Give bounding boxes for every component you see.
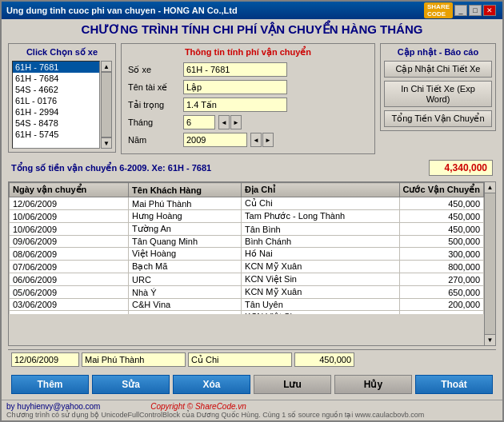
- window-title: Ung dung tinh cuoc phi van chuyen - HONG…: [6, 6, 238, 15]
- cell-fare: 650,000: [399, 286, 483, 299]
- spin-thang-up[interactable]: ►: [230, 115, 242, 129]
- page-title: CHƯƠNG TRÌNH TÍNH CHI PHÍ VẬN CHUYỂN HÀN…: [8, 22, 496, 37]
- list-item[interactable]: 61L - 0176: [13, 95, 99, 106]
- thoat-button[interactable]: Thoát: [415, 375, 493, 394]
- form-row-thang: Tháng ◄ ►: [128, 115, 368, 129]
- selected-fare-input[interactable]: [294, 352, 354, 367]
- table-row[interactable]: 07/06/2009Bạch MãKCN Mỹ Xuân800,000: [10, 261, 484, 273]
- col-header-date: Ngày vận chuyển: [10, 183, 129, 197]
- cell-address: Củ Chi: [242, 197, 399, 210]
- cell-date: 05/06/2009: [10, 286, 129, 299]
- capnhat-chitietxe-button[interactable]: Cập Nhật Chi Tiết Xe: [384, 61, 492, 78]
- cell-address: KCN Việt Sin: [242, 273, 399, 286]
- huy-button[interactable]: Hủy: [334, 375, 412, 394]
- input-tentaixe[interactable]: [183, 80, 287, 94]
- them-button[interactable]: Thêm: [11, 375, 89, 394]
- maximize-button[interactable]: □: [469, 5, 482, 16]
- cell-address: KCN Mỹ Xuân: [242, 261, 399, 273]
- list-item[interactable]: 61H - 7681: [13, 62, 99, 73]
- table-scrollbar: ▲ ▼: [484, 182, 495, 345]
- table-row[interactable]: 10/06/2009Tường AnTân Bình450,000: [10, 223, 484, 236]
- input-soxe[interactable]: [183, 62, 287, 77]
- table-scroll-up-icon[interactable]: ▲: [485, 182, 495, 193]
- cell-name: URC: [129, 311, 242, 315]
- table-row[interactable]: 05/06/2009Nhà ÝKCN Mỹ Xuân650,000: [10, 286, 484, 299]
- minimize-button[interactable]: _: [454, 5, 467, 16]
- table-row[interactable]: 03/06/2009C&H VinaTân Uyên200,000: [10, 299, 484, 311]
- total-bar: Tổng số tiền vận chuyển 6-2009. Xe: 61H …: [8, 157, 496, 178]
- spin-thang-down[interactable]: ◄: [218, 115, 230, 129]
- sua-button[interactable]: Sửa: [92, 375, 170, 394]
- cell-name: Mai Phú Thành: [129, 197, 242, 210]
- close-button[interactable]: ✕: [483, 5, 496, 16]
- table-row[interactable]: 08/06/2009Việt HoàngHồ Nai300,000: [10, 248, 484, 261]
- cell-date: 06/06/2009: [10, 273, 129, 286]
- col-header-address: Địa Chỉ: [242, 183, 399, 197]
- cell-date: 12/06/2009: [10, 197, 129, 210]
- cell-fare: 200,000: [399, 299, 483, 311]
- cell-date: 08/06/2009: [10, 248, 129, 261]
- footer-author: by huyhienvy@yahoo.com Copyright © Share…: [6, 402, 498, 411]
- cell-name: Tân Quang Minh: [129, 236, 242, 248]
- list-item[interactable]: 61H - 7684: [13, 73, 99, 84]
- list-item[interactable]: 61H - 2994: [13, 106, 99, 117]
- list-scrollbar: ▲ ▼: [101, 61, 112, 149]
- cell-fare: 300,000: [399, 248, 483, 261]
- table-row[interactable]: 10/06/2009Hưng HoàngTam Phước - Long Thà…: [10, 210, 484, 223]
- logo: SHARECODE: [424, 2, 453, 18]
- main-window: Ung dung tinh cuoc phi van chuyen - HONG…: [0, 0, 504, 422]
- luu-button[interactable]: Lưu: [254, 375, 331, 394]
- info-panel-title: Thông tin tính phí vận chuyển: [128, 47, 368, 58]
- xoa-button[interactable]: Xóa: [173, 375, 250, 394]
- col-header-name: Tên Khách Hàng: [129, 183, 242, 197]
- cell-name: Tường An: [129, 223, 242, 236]
- list-item[interactable]: 61H - 5745: [13, 129, 99, 140]
- form-row-tentaixe: Tên tài xế: [128, 80, 368, 94]
- cell-address: Tân Uyên: [242, 299, 399, 311]
- table-row[interactable]: 09/06/2009Tân Quang MinhBình Chánh500,00…: [10, 236, 484, 248]
- list-item[interactable]: 54S - 8478: [13, 117, 99, 129]
- cell-address: KCN Mỹ Xuân: [242, 286, 399, 299]
- cell-date: 03/06/2009: [10, 299, 129, 311]
- table-row[interactable]: 12/06/2009Mai Phú ThànhCủ Chi450,000: [10, 197, 484, 210]
- table-row[interactable]: 02/06/2009URCKCN Việt Sin270,000: [10, 311, 484, 315]
- cell-address: Tam Phước - Long Thành: [242, 210, 399, 223]
- main-content: CHƯƠNG TRÌNH TÍNH CHI PHÍ VẬN CHUYỂN HÀN…: [2, 19, 502, 400]
- cell-name: C&H Vina: [129, 299, 242, 311]
- footer: by huyhienvy@yahoo.com Copyright © Share…: [2, 400, 502, 420]
- spin-nam-up[interactable]: ►: [262, 133, 274, 147]
- cell-address: Hồ Nai: [242, 248, 399, 261]
- action-panel: Cập nhật - Báo cáo Cập Nhật Chi Tiết Xe …: [380, 43, 496, 131]
- table-row[interactable]: 06/06/2009URCKCN Việt Sin270,000: [10, 273, 484, 286]
- selected-date-input[interactable]: [11, 352, 79, 367]
- scroll-down-icon[interactable]: ▼: [101, 137, 112, 149]
- input-nam[interactable]: [183, 133, 247, 147]
- form-row-soxe: Số xe: [128, 62, 368, 77]
- inchitietxe-button[interactable]: In Chi Tiết Xe (Exp Word): [384, 81, 492, 107]
- list-item[interactable]: 54S - 4662: [13, 84, 99, 95]
- table-header: Ngày vận chuyển Tên Khách Hàng Địa Chỉ C…: [10, 183, 484, 197]
- form-row-nam: Năm ◄ ►: [128, 133, 368, 147]
- table-scroll-down-icon[interactable]: ▼: [485, 334, 495, 345]
- cell-name: Nhà Ý: [129, 286, 242, 299]
- selected-name-input[interactable]: [82, 352, 186, 367]
- bottom-buttons: Thêm Sửa Xóa Lưu Hủy Thoát: [8, 372, 496, 396]
- vehicle-panel: Click Chọn số xe 61H - 7681 61H - 7684 5…: [8, 43, 116, 153]
- table-scroll-area[interactable]: Ngày vận chuyển Tên Khách Hàng Địa Chỉ C…: [9, 182, 484, 314]
- selected-address-input[interactable]: [188, 352, 292, 367]
- tongtienvanchuyen-button[interactable]: Tổng Tiền Vận Chuyển: [384, 110, 492, 127]
- input-thang[interactable]: [183, 115, 215, 129]
- input-taitrong[interactable]: [183, 98, 287, 112]
- cell-fare: 450,000: [399, 197, 483, 210]
- form-row-taitrong: Tải trọng: [128, 98, 368, 112]
- scroll-up-icon[interactable]: ▲: [101, 61, 112, 72]
- label-taitrong: Tải trọng: [128, 100, 180, 110]
- table-body: 12/06/2009Mai Phú ThànhCủ Chi450,000 10/…: [10, 197, 484, 315]
- spin-nam-down[interactable]: ◄: [250, 133, 262, 147]
- cell-fare: 270,000: [399, 311, 483, 315]
- cell-fare: 500,000: [399, 236, 483, 248]
- cell-fare: 270,000: [399, 273, 483, 286]
- top-section: Click Chọn số xe 61H - 7681 61H - 7684 5…: [8, 43, 496, 154]
- vehicle-list[interactable]: 61H - 7681 61H - 7684 54S - 4662 61L - 0…: [12, 61, 100, 149]
- footer-author-text: by huyhienvy@yahoo.com: [6, 402, 100, 411]
